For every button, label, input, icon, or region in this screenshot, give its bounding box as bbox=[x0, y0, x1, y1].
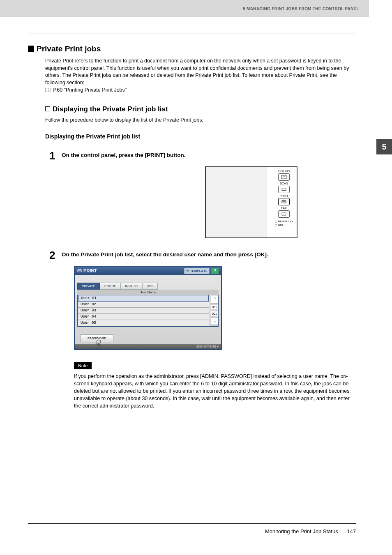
h1-text: Private Print jobs bbox=[37, 44, 101, 53]
scan-icon bbox=[281, 187, 287, 191]
chevron-up-icon: ⌃ bbox=[213, 297, 217, 302]
touchscreen-illustration: PRINT ☆ TEMPLATE ? PRIVATE PROOF INVALID… bbox=[74, 266, 222, 350]
password-button[interactable]: PASSWORD ☟ bbox=[81, 334, 113, 342]
efiling-button-group: e-FILING bbox=[278, 170, 290, 181]
page-header: 5 MANAGING PRINT JOBS FROM THE CONTROL P… bbox=[8, 0, 369, 17]
note-badge: Note bbox=[74, 362, 92, 369]
screen-body: PRIVATE PROOF INVALID USB User Name User… bbox=[75, 275, 221, 344]
fax-label: FAX bbox=[281, 207, 286, 210]
job-type-tabs: PRIVATE PROOF INVALID USB bbox=[77, 283, 219, 290]
main-content: Private Print jobs Private Print refers … bbox=[28, 41, 356, 514]
fax-button[interactable] bbox=[278, 210, 290, 218]
step-text: On the control panel, press the [PRINT] … bbox=[62, 150, 356, 162]
step-2: 2 On the Private Print job list, select … bbox=[49, 249, 356, 262]
fax-button-group: FAX bbox=[278, 207, 290, 218]
printer-icon bbox=[281, 200, 287, 204]
panel-buttons-column: e-FILING SCAN PRINT FAX bbox=[271, 167, 297, 237]
ref-text: P.60 "Printing Private Print Jobs" bbox=[53, 87, 127, 93]
template-label: TEMPLATE bbox=[190, 269, 208, 273]
list-item[interactable]: User 02 bbox=[78, 302, 209, 308]
procedure-heading: Displaying the Private Print job list bbox=[45, 133, 356, 142]
print-button-group: PRINT bbox=[278, 194, 290, 205]
page-current: 001 bbox=[211, 304, 218, 310]
user-list: User 01 User 02 User 03 User 04 User 05 bbox=[77, 295, 219, 327]
note-text: If you perform the operation as the admi… bbox=[74, 373, 356, 410]
scan-button-group: SCAN bbox=[278, 182, 290, 193]
line-led: LINE bbox=[275, 223, 284, 226]
fax-icon bbox=[281, 212, 287, 216]
screen-title-text: PRINT bbox=[83, 268, 97, 273]
list-item[interactable]: User 04 bbox=[78, 314, 209, 320]
svg-rect-4 bbox=[282, 213, 286, 215]
chevron-down-icon: ⌄ bbox=[213, 318, 217, 324]
job-status-button[interactable]: JOB STATUS bbox=[196, 345, 216, 348]
header-rule bbox=[28, 34, 356, 34]
print-button[interactable] bbox=[278, 198, 290, 205]
page-footer: Monitoring the Print Job Status 147 bbox=[265, 528, 356, 534]
step-1: 1 On the control panel, press the [PRINT… bbox=[49, 150, 356, 162]
h2-text: Displaying the Private Print job list bbox=[53, 105, 168, 113]
book-icon bbox=[45, 88, 51, 92]
chapter-tab: 5 bbox=[376, 139, 392, 154]
step-number: 2 bbox=[49, 249, 62, 262]
intro-paragraph: Private Print refers to the function to … bbox=[45, 58, 356, 86]
hollow-square-icon bbox=[45, 106, 50, 111]
square-bullet-icon bbox=[28, 46, 34, 52]
list-item[interactable]: User 03 bbox=[78, 308, 209, 314]
svg-rect-1 bbox=[282, 188, 286, 191]
subsection-intro: Follow the procedure below to display th… bbox=[45, 117, 356, 124]
panel-divider bbox=[267, 167, 271, 237]
chapter-label: 5 MANAGING PRINT JOBS FROM THE CONTROL P… bbox=[243, 7, 359, 11]
svg-point-5 bbox=[283, 214, 284, 214]
page-number: 147 bbox=[347, 528, 356, 534]
scan-button[interactable] bbox=[278, 186, 290, 193]
print-screen: PRINT ☆ TEMPLATE ? PRIVATE PROOF INVALID… bbox=[74, 266, 222, 350]
template-button[interactable]: ☆ TEMPLATE bbox=[184, 268, 210, 274]
scroll-down-button[interactable]: ⌄ bbox=[211, 318, 218, 325]
help-button[interactable]: ? bbox=[211, 268, 219, 274]
list-item[interactable]: User 05 bbox=[78, 320, 209, 326]
step-number: 1 bbox=[49, 150, 62, 162]
screen-titlebar: PRINT ☆ TEMPLATE ? bbox=[75, 267, 221, 275]
titlebar-right: ☆ TEMPLATE ? bbox=[184, 268, 219, 274]
step-text: On the Private Print job list, select th… bbox=[62, 249, 356, 262]
footer-section: Monitoring the Print Job Status bbox=[265, 528, 338, 534]
tab-private[interactable]: PRIVATE bbox=[77, 283, 100, 290]
left-margin-strip bbox=[0, 0, 8, 17]
efiling-button[interactable] bbox=[278, 173, 290, 181]
scroll-controls: ⌃ 001 001 ⌄ bbox=[210, 296, 219, 325]
subsection-heading: Displaying the Private Print job list bbox=[45, 105, 356, 113]
tab-proof[interactable]: PROOF bbox=[100, 283, 120, 290]
print-label: PRINT bbox=[280, 194, 288, 197]
panel-display-area bbox=[206, 167, 267, 237]
envelope-icon bbox=[281, 175, 287, 179]
status-leds: MEMORY RX LINE bbox=[275, 220, 293, 226]
printer-icon bbox=[77, 269, 82, 273]
control-panel-illustration: e-FILING SCAN PRINT FAX bbox=[205, 166, 297, 238]
scan-label: SCAN bbox=[280, 182, 288, 185]
efiling-label: e-FILING bbox=[278, 170, 290, 173]
tab-invalid[interactable]: INVALID bbox=[121, 283, 143, 290]
star-icon: ☆ bbox=[186, 269, 189, 273]
screen-title-left: PRINT bbox=[77, 268, 97, 273]
scroll-up-button[interactable]: ⌃ bbox=[211, 296, 218, 303]
section-heading: Private Print jobs bbox=[28, 44, 356, 53]
column-header: User Name bbox=[77, 290, 219, 295]
list-item[interactable]: User 01 bbox=[78, 295, 209, 302]
memory-rx-led: MEMORY RX bbox=[275, 220, 293, 223]
footer-rule bbox=[28, 523, 356, 524]
page-total: 001 bbox=[211, 311, 218, 316]
hand-cursor-icon: ☟ bbox=[96, 339, 101, 349]
cross-reference: P.60 "Printing Private Print Jobs" bbox=[45, 87, 356, 93]
tab-usb[interactable]: USB bbox=[142, 283, 158, 290]
